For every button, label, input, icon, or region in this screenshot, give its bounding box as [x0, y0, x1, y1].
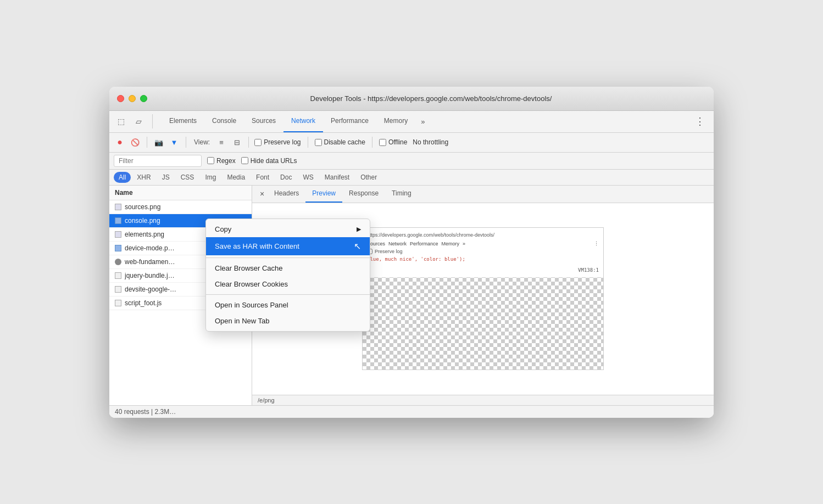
type-filter-img[interactable]: Img	[200, 172, 221, 183]
sub-tab-headers[interactable]: Headers	[268, 185, 305, 203]
toolbar-divider-3	[248, 137, 249, 148]
list-view-icon[interactable]: ≡	[215, 136, 227, 148]
close-button[interactable]	[117, 95, 124, 102]
network-toolbar: ● 🚫 📷 ▼ View: ≡ ⊟ Preserve log Disable c…	[109, 133, 714, 153]
main-tabs-bar: ⬚ ▱ Elements Console Sources Network Per…	[109, 111, 714, 133]
preview-screenshot: https://developers.google.com/web/tools/…	[362, 227, 604, 370]
ctx-copy-label: Copy	[215, 225, 231, 233]
file-icon-doc3	[115, 300, 121, 306]
regex-check-group[interactable]: Regex	[207, 157, 236, 165]
tab-memory[interactable]: Memory	[376, 110, 415, 132]
preview-preserve-label: Preserve log	[375, 249, 403, 254]
file-icon-gear	[115, 259, 121, 265]
toolbar-sep-1	[308, 137, 308, 148]
filter-input[interactable]	[114, 155, 202, 167]
type-filter-css[interactable]: CSS	[176, 172, 199, 183]
devtools-body: ⬚ ▱ Elements Console Sources Network Per…	[109, 111, 714, 418]
maximize-button[interactable]	[140, 95, 147, 102]
ctx-item-open-tab[interactable]: Open in New Tab	[206, 313, 370, 329]
toolbar-divider-2	[186, 137, 186, 148]
ctx-open-tab-label: Open in New Tab	[215, 317, 270, 325]
offline-group[interactable]: Offline	[379, 138, 407, 146]
clear-button[interactable]: 🚫	[129, 136, 141, 148]
file-item-sources[interactable]: sources.png	[109, 200, 252, 214]
disable-cache-group[interactable]: Disable cache	[315, 138, 365, 146]
device-icon[interactable]: ▱	[131, 114, 146, 128]
preserve-log-group[interactable]: Preserve log	[254, 138, 301, 146]
preserve-log-label: Preserve log	[264, 138, 301, 146]
tab-console[interactable]: Console	[204, 110, 244, 132]
ctx-clear-cookies-label: Clear Browser Cookies	[215, 280, 288, 288]
sub-tab-preview[interactable]: Preview	[305, 185, 342, 203]
tab-sources[interactable]: Sources	[244, 110, 283, 132]
filter-button[interactable]: ▼	[168, 136, 180, 148]
regex-checkbox[interactable]	[207, 157, 214, 164]
ctx-item-copy[interactable]: Copy ▶	[206, 221, 370, 237]
sub-tab-response[interactable]: Response	[342, 185, 385, 203]
type-filter-js[interactable]: JS	[157, 172, 175, 183]
preserve-log-checkbox[interactable]	[254, 139, 262, 146]
ctx-divider-1	[206, 257, 370, 258]
preview-console-line: blue, much nice', 'color: blue');	[367, 256, 599, 262]
status-text: 40 requests | 2.3M…	[115, 408, 176, 416]
url-bottom-bar: /e/png	[252, 395, 714, 405]
file-icon-doc2	[115, 286, 121, 293]
ctx-item-clear-cache[interactable]: Clear Browser Cache	[206, 260, 370, 276]
inspect-icon[interactable]: ⬚	[114, 114, 128, 128]
type-filter-manifest[interactable]: Manifest	[320, 172, 354, 183]
type-filter-media[interactable]: Media	[222, 172, 250, 183]
offline-checkbox[interactable]	[379, 139, 386, 146]
preview-tab-network: Network	[388, 241, 407, 247]
preview-inner-content: https://developers.google.com/web/tools/…	[363, 228, 603, 277]
type-filter-xhr[interactable]: XHR	[132, 172, 155, 183]
toolbar-divider-1	[147, 137, 147, 148]
more-tabs-button[interactable]: »	[418, 117, 428, 126]
status-bar: 40 requests | 2.3M…	[109, 405, 714, 418]
tab-elements[interactable]: Elements	[162, 110, 204, 132]
sub-tabs-bar: × Headers Preview Response Timing	[252, 186, 714, 203]
type-filter-font[interactable]: Font	[251, 172, 274, 183]
offline-label: Offline	[388, 138, 407, 146]
preview-tab-perf: Performance	[410, 241, 438, 247]
file-icon-image	[115, 204, 121, 210]
context-menu: Copy ▶ Save as HAR with Content ↖ Clear …	[205, 219, 370, 332]
ctx-divider-2	[206, 294, 370, 295]
type-filter-all[interactable]: All	[114, 172, 131, 183]
camera-button[interactable]: 📷	[153, 136, 165, 148]
sub-tab-timing[interactable]: Timing	[385, 185, 418, 203]
file-icon-image-sel	[115, 217, 121, 224]
preview-url: https://developers.google.com/web/tools/…	[367, 232, 494, 238]
preview-preserve-log: Preserve log	[367, 249, 599, 254]
tree-view-icon[interactable]: ⊟	[231, 136, 243, 148]
preview-vm-ref: VM138:1	[367, 267, 599, 273]
preview-tab-mem: Memory	[442, 241, 460, 247]
close-panel-button[interactable]: ×	[257, 188, 268, 199]
traffic-lights	[117, 95, 147, 102]
disable-cache-checkbox[interactable]	[315, 139, 322, 146]
ctx-copy-arrow: ▶	[357, 226, 361, 233]
window-title: Developer Tools - https://developers.goo…	[310, 94, 552, 103]
titlebar: Developer Tools - https://developers.goo…	[109, 87, 714, 111]
hide-data-urls-checkbox[interactable]	[241, 157, 248, 164]
minimize-button[interactable]	[129, 95, 136, 102]
type-filter-other[interactable]: Other	[355, 172, 382, 183]
tab-performance[interactable]: Performance	[323, 110, 376, 132]
url-bottom-text: /e/png	[258, 397, 275, 404]
ctx-item-open-sources[interactable]: Open in Sources Panel	[206, 297, 370, 313]
hide-data-urls-check-group[interactable]: Hide data URLs	[241, 157, 297, 165]
devtools-window: Developer Tools - https://developers.goo…	[109, 87, 714, 418]
regex-label: Regex	[216, 157, 236, 165]
file-icon-image2	[115, 231, 121, 238]
no-throttling-label: No throttling	[413, 138, 448, 146]
preview-inner-tabs: Sources Network Performance Memory » ⋮	[367, 241, 599, 247]
tab-network[interactable]: Network	[283, 110, 323, 132]
devtools-settings-icon[interactable]: ⋮	[691, 115, 709, 127]
type-filter-doc[interactable]: Doc	[275, 172, 297, 183]
filter-bar: Regex Hide data URLs	[109, 153, 714, 170]
file-icon-image3	[115, 245, 121, 251]
ctx-item-save-har[interactable]: Save as HAR with Content ↖	[206, 237, 370, 255]
ctx-item-clear-cookies[interactable]: Clear Browser Cookies	[206, 276, 370, 292]
view-label: View:	[194, 138, 210, 146]
record-button[interactable]: ●	[114, 136, 126, 148]
type-filter-ws[interactable]: WS	[298, 172, 318, 183]
